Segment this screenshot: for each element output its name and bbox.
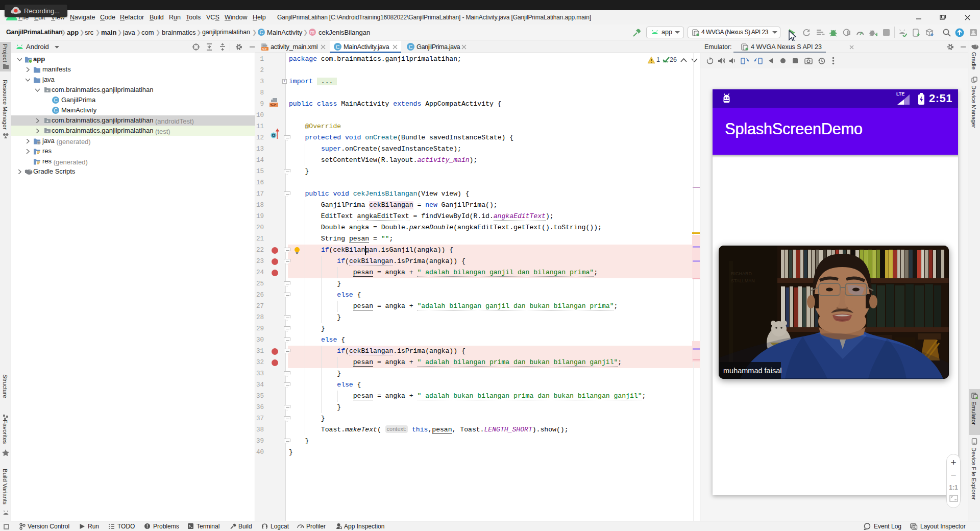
svg-text:C: C (409, 44, 413, 50)
svg-text:Recording...: Recording... (24, 7, 60, 15)
svg-text:<>: <> (271, 103, 276, 107)
svg-text:C: C (54, 98, 57, 103)
svg-text:m: m (310, 30, 314, 35)
svg-text:C: C (54, 108, 57, 113)
svg-text:<>: <> (262, 47, 267, 51)
svg-text:C: C (259, 30, 263, 35)
svg-text:muhammad faisal: muhammad faisal (723, 367, 781, 375)
svg-text:C: C (336, 44, 340, 50)
